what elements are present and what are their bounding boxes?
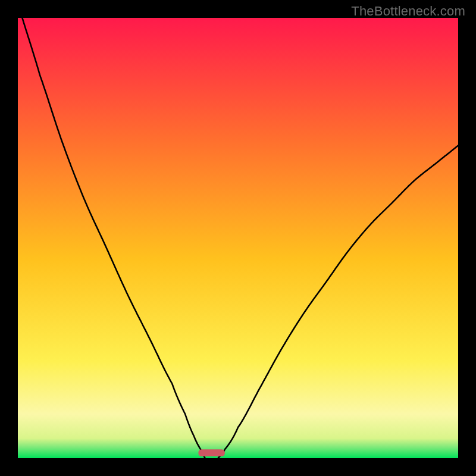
watermark-text: TheBottleneck.com xyxy=(351,4,465,19)
chart-frame: TheBottleneck.com xyxy=(0,0,476,476)
bottleneck-chart xyxy=(18,18,458,458)
gradient-background xyxy=(18,18,458,458)
minimum-marker xyxy=(198,449,224,456)
